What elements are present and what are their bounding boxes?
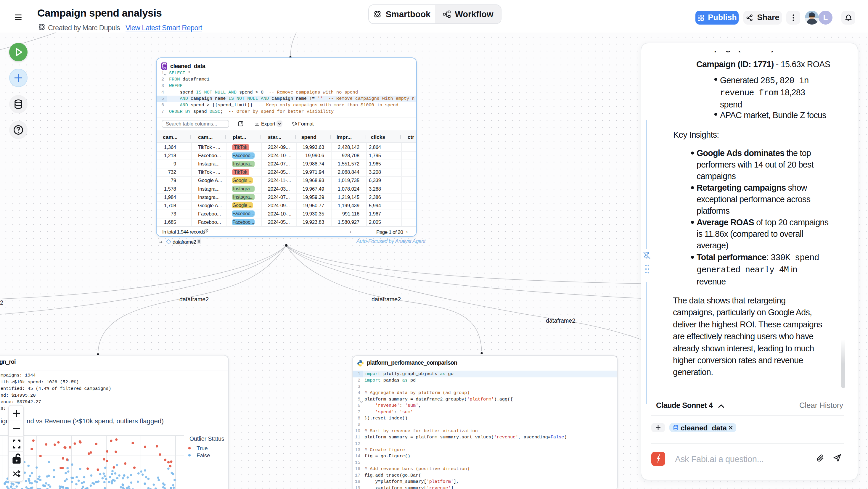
svg-text:Outlier Status: Outlier Status [189, 435, 224, 442]
svg-text:True: True [196, 445, 208, 451]
svg-text:SQL: SQL [162, 67, 167, 69]
svg-text:False: False [196, 452, 210, 459]
